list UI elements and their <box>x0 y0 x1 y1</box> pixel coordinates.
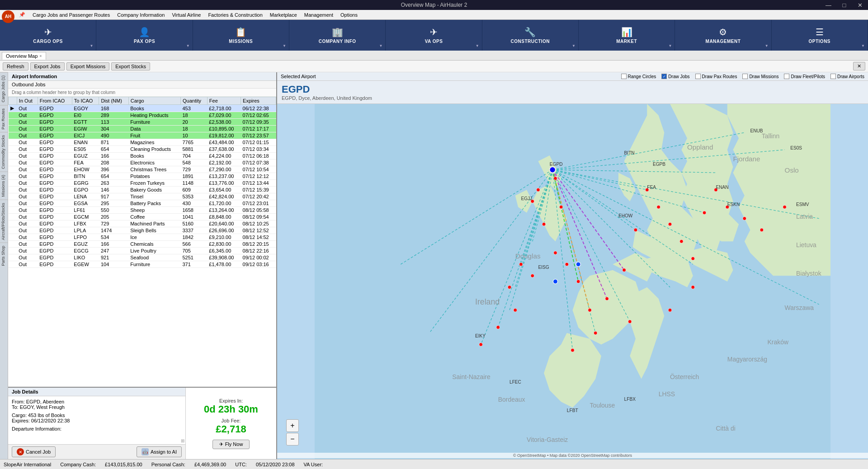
menu-company-info[interactable]: Company Information <box>113 11 168 19</box>
fly-now-button[interactable]: ✈ Fly Now <box>212 440 250 449</box>
table-row[interactable]: Out EGPD FEA 208 Electronics 548 £2,192.… <box>9 159 276 166</box>
table-row[interactable]: Out EGPD LFPO 534 Ice 1842 £9,210.00 08/… <box>9 234 276 241</box>
minimize-button[interactable]: — <box>821 0 836 10</box>
cell-cargo: Furniture <box>128 261 180 268</box>
export-jobs-button[interactable]: Export Jobs <box>30 62 65 70</box>
table-row[interactable]: Out EGPD EGEW 104 Furniture 371 £1,478.0… <box>9 261 276 268</box>
assign-ai-button[interactable]: 🤖 Assign to AI <box>137 446 182 457</box>
jobs-table[interactable]: In Out From ICAO To ICAO Dist (NM) Cargo… <box>8 97 276 387</box>
cell-expires: 08/12 14:52 <box>241 234 276 241</box>
cell-expires: 09/12 03:16 <box>241 261 276 268</box>
refresh-button[interactable]: Refresh <box>3 62 28 70</box>
menu-management[interactable]: Management <box>301 11 337 19</box>
top-btn-construction[interactable]: 🔧 CONSTRUCTION ▼ <box>482 20 579 51</box>
top-btn-missions[interactable]: 📋 MISSIONS ▼ <box>193 20 289 51</box>
table-row[interactable]: Out EGPD LPLA 1474 Sleigh Bells 3337 £26… <box>9 227 276 234</box>
table-row[interactable]: Out EGPD EGUZ 166 Chemicals 566 £2,830.0… <box>9 241 276 248</box>
zoom-in-button[interactable]: + <box>286 419 299 432</box>
tab-close-icon[interactable]: × <box>39 54 42 58</box>
sidebar-tab-commodity-stocks[interactable]: Commodity Stocks <box>0 132 8 172</box>
cell-cargo: Ice <box>128 234 180 241</box>
cell-expires: 08/12 20:15 <box>241 241 276 248</box>
top-btn-market[interactable]: 📊 MARKET ▼ <box>579 20 675 51</box>
col-expires[interactable]: Expires <box>241 97 276 105</box>
col-dist[interactable]: Dist (NM) <box>99 97 128 105</box>
top-btn-va-ops[interactable]: ✈ VA OPS ▼ <box>386 20 482 51</box>
table-row[interactable]: Out EGPD EGTT 113 Furniture 20 £2,538.00… <box>9 119 276 126</box>
cell-expires: 07/12 23:57 <box>241 132 276 139</box>
cell-inout: Out <box>17 180 38 187</box>
resize-handle-icon[interactable]: ⊞ <box>181 438 184 443</box>
map-container[interactable]: FEA EGPB ENAN EGPD BITN EGJJ EIKY EISG E… <box>277 104 868 459</box>
draw-missions-checkbox[interactable] <box>742 74 748 79</box>
export-stocks-button[interactable]: Export Stocks <box>111 62 150 70</box>
table-row[interactable]: Out EGPD LF61 550 Sheep 1658 £13,264.00 … <box>9 207 276 214</box>
top-btn-company-info[interactable]: 🏢 COMPANY INFO ▼ <box>289 20 386 51</box>
cell-fee: £8,848.00 <box>207 214 241 220</box>
table-row[interactable]: ▶ Out EGPD EGOY 168 Books 453 £2,718.00 … <box>9 105 276 112</box>
menu-marketplace[interactable]: Marketplace <box>266 11 301 19</box>
draw-pax-label: Draw Pax Routes <box>702 74 737 79</box>
table-row[interactable]: Out EGPD EGSA 295 Battery Packs 430 £1,7… <box>9 200 276 207</box>
col-qty[interactable]: Quantity <box>180 97 207 105</box>
draw-fleet-checkbox[interactable] <box>784 74 789 79</box>
sidebar-tab-parts-shop[interactable]: Parts Shop <box>0 243 8 269</box>
sidebar-tab-pax-routes[interactable]: Pax Routes <box>0 105 8 132</box>
col-cargo[interactable]: Cargo <box>128 97 180 105</box>
col-to[interactable]: To ICAO <box>72 97 99 105</box>
draw-pax-option[interactable]: Draw Pax Routes <box>695 74 737 79</box>
cell-expires: 07/12 09:35 <box>241 119 276 126</box>
table-row[interactable]: Out EGPD EICJ 490 Fruit 10 £19,812.00 07… <box>9 132 276 139</box>
maximize-button[interactable]: □ <box>836 0 852 10</box>
draw-airports-option[interactable]: Draw Airports <box>830 74 864 79</box>
table-row[interactable]: Out EGPD EGIW 304 Data 18 £10,895.00 07/… <box>9 126 276 132</box>
menu-factories[interactable]: Factories & Construction <box>204 11 266 19</box>
draw-jobs-checkbox[interactable]: ✓ <box>661 74 667 79</box>
export-missions-button[interactable]: Export Missions <box>66 62 110 70</box>
sidebar-tab-aircraft-pilots[interactable]: Aircraft/Pilots/Stocks <box>0 200 8 243</box>
range-circles-checkbox[interactable] <box>621 74 627 79</box>
draw-pax-checkbox[interactable] <box>695 74 701 79</box>
tab-overview-map[interactable]: Overview Map × <box>2 52 46 60</box>
draw-missions-option[interactable]: Draw Missions <box>742 74 778 79</box>
cell-to: LENA <box>72 193 99 200</box>
col-from[interactable]: From ICAO <box>38 97 72 105</box>
table-row[interactable]: Out EGPD EHOW 396 Christmas Trees 729 £7… <box>9 166 276 173</box>
col-inout[interactable]: In Out <box>17 97 38 105</box>
cell-inout: Out <box>17 159 38 166</box>
table-row[interactable]: Out EGPD EGPO 146 Bakery Goods 609 £3,65… <box>9 187 276 193</box>
close-panel-button[interactable]: ✕ <box>853 62 865 70</box>
table-row[interactable]: Out EGPD ENAN 871 Magazines 7765 £43,484… <box>9 139 276 146</box>
table-row[interactable]: Out EGPD EI0 289 Heating Products 18 £7,… <box>9 112 276 119</box>
menu-virtual-airline[interactable]: Virtual Airline <box>168 11 204 19</box>
range-circles-option[interactable]: Range Circles <box>621 74 656 79</box>
top-btn-pax-ops[interactable]: 👤 PAX OPS ▼ <box>96 20 193 51</box>
table-row[interactable]: Out EGPD LFBX 729 Machined Parts 5160 £2… <box>9 220 276 227</box>
sidebar-tab-missions[interactable]: Missions (4) <box>0 172 8 200</box>
top-btn-cargo-ops[interactable]: ✈ CARGO OPS ▼ <box>0 20 96 51</box>
draw-fleet-option[interactable]: Draw Fleet/Pilots <box>784 74 825 79</box>
table-row[interactable]: Out EGPD EGCG 247 Live Poultry 705 £6,34… <box>9 248 276 254</box>
table-row[interactable]: Out EGPD LIKO 921 Seafood 5251 £39,908.0… <box>9 254 276 261</box>
draw-airports-checkbox[interactable] <box>830 74 836 79</box>
cell-inout: Out <box>17 173 38 180</box>
cell-to: EGRG <box>72 180 99 187</box>
pax-ops-arrow: ▼ <box>186 44 190 48</box>
draw-jobs-option[interactable]: ✓ Draw Jobs <box>661 74 689 79</box>
top-btn-management[interactable]: ⚙ MANAGEMENT ▼ <box>675 20 771 51</box>
table-row[interactable]: Out EGPD EGRG 263 Frozen Turkeys 1148 £1… <box>9 180 276 187</box>
col-fee[interactable]: Fee <box>207 97 241 105</box>
zoom-out-button[interactable]: − <box>286 433 299 446</box>
table-row[interactable]: Out EGPD LENA 917 Tinsel 5353 £42,824.00… <box>9 193 276 200</box>
sidebar-tab-cargo-jobs[interactable]: Cargo Jobs (1) <box>0 72 8 105</box>
cell-from: EGPD <box>38 187 72 193</box>
top-btn-options[interactable]: ☰ OPTIONS ▼ <box>772 20 868 51</box>
menu-options[interactable]: Options <box>337 11 361 19</box>
table-row[interactable]: Out EGPD BITN 654 Potatoes 1891 £13,237.… <box>9 173 276 180</box>
table-row[interactable]: Out EGPD ES05 654 Cleaning Products 5881… <box>9 146 276 153</box>
table-row[interactable]: Out EGPD EGCM 205 Coffee 1041 £8,848.00 … <box>9 214 276 220</box>
table-row[interactable]: Out EGPD EGUZ 166 Books 704 £4,224.00 07… <box>9 153 276 159</box>
menu-cargo-jobs[interactable]: Cargo Jobs and Passenger Routes <box>29 11 113 19</box>
close-button[interactable]: ✕ <box>852 0 868 10</box>
cancel-job-button[interactable]: ✕ Cancel Job <box>12 446 56 457</box>
